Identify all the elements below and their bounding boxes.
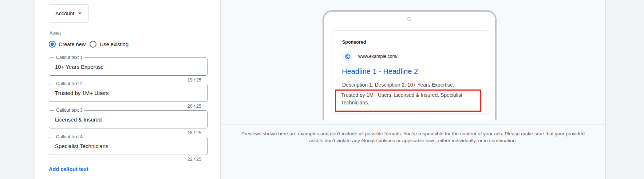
callout-text-3-field: Callout text 3 18 / 25 (49, 110, 208, 128)
phone-mockup: Sponsored www.example.com/ Headline 1 - … (323, 10, 497, 120)
ad-preview-card: Sponsored www.example.com/ Headline 1 - … (332, 30, 490, 114)
callout-text-1-counter: 19 / 25 (187, 77, 201, 83)
radio-use-existing[interactable] (90, 41, 96, 48)
asset-radio-group: Create new Use existing (35, 41, 220, 48)
asset-section-label: Asset (50, 31, 61, 36)
callout-text-1-input[interactable] (49, 58, 207, 75)
callout-text-2-input[interactable] (49, 84, 207, 102)
radio-create-new-label: Create new (59, 41, 86, 47)
ad-description-line3: Technicians. (341, 99, 480, 107)
ad-description-line2: Trusted by 1M+ Users. Licensed & Insured… (341, 91, 480, 99)
display-url: www.example.com/ (358, 52, 398, 61)
callout-highlight-box: Trusted by 1M+ Users. Licensed & Insured… (335, 90, 481, 112)
disclaimer-line1: Previews shown here are examples and don… (221, 131, 605, 138)
callout-text-1-field: Callout text 1 19 / 25 (49, 57, 208, 76)
ad-preview-pane: Sponsored www.example.com/ Headline 1 - … (220, 0, 606, 179)
add-callout-text-link[interactable]: Add callout text (49, 166, 88, 172)
callout-text-4-input[interactable] (49, 137, 207, 155)
ad-headline: Headline 1 - Headline 2 (342, 67, 418, 76)
preview-disclaimer: Previews shown here are examples and don… (221, 125, 605, 144)
account-dropdown[interactable]: Account (49, 4, 89, 23)
radio-use-existing-label: Use existing (100, 41, 129, 47)
sponsored-label: Sponsored (342, 40, 366, 45)
asset-form-panel: Account Asset Create new Use existing Ca… (34, 0, 220, 179)
phone-camera-icon (407, 17, 411, 21)
globe-icon (343, 52, 352, 61)
disclaimer-line2: assets don't violate any Google policies… (221, 138, 605, 144)
account-dropdown-label: Account (55, 11, 74, 16)
callout-text-4-field: Callout text 4 22 / 25 (49, 137, 208, 155)
radio-create-new[interactable] (49, 41, 56, 48)
callout-text-2-counter: 20 / 25 (187, 104, 201, 109)
callout-text-3-input[interactable] (49, 111, 207, 128)
callout-text-3-counter: 18 / 25 (187, 130, 201, 135)
callout-text-2-field: Callout text 2 20 / 25 (49, 84, 208, 102)
preview-area: Sponsored www.example.com/ Headline 1 - … (221, 0, 605, 124)
chevron-down-icon (78, 12, 82, 15)
ad-description-line1: Description 1. Description 2. 10+ Years … (342, 81, 454, 89)
callout-text-4-counter: 22 / 25 (187, 157, 201, 162)
